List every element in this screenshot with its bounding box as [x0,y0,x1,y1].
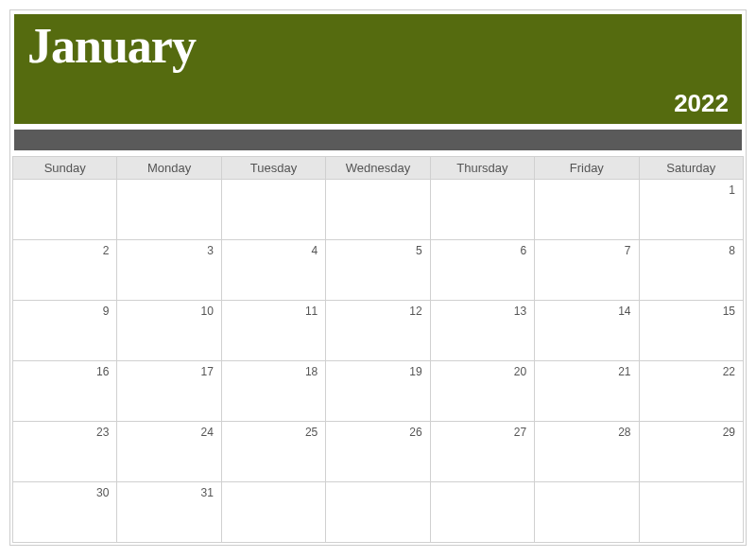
day-cell [326,180,430,240]
day-cell [221,180,325,240]
weekday-header: Sunday [13,157,117,180]
day-cell [221,482,325,543]
day-cell: 29 [639,422,743,482]
day-cell [326,482,430,543]
day-cell: 22 [639,361,743,422]
day-cell: 27 [430,422,534,482]
day-cell: 8 [639,240,743,301]
day-cell: 11 [221,301,325,361]
sub-header-bar [12,128,744,152]
calendar-week: 2 3 4 5 6 7 8 [13,240,744,301]
day-cell: 15 [639,301,743,361]
day-cell: 5 [326,240,430,301]
day-cell: 25 [221,422,325,482]
day-cell: 14 [535,301,639,361]
day-cell: 2 [13,240,117,301]
weekday-header: Monday [117,157,221,180]
day-cell: 26 [326,422,430,482]
weekday-header: Thursday [430,157,534,180]
day-cell [13,180,117,240]
day-cell: 12 [326,301,430,361]
day-cell: 6 [430,240,534,301]
day-cell: 31 [117,482,221,543]
day-cell: 13 [430,301,534,361]
day-cell: 30 [13,482,117,543]
month-title: January [27,22,729,71]
day-cell [535,482,639,543]
day-cell [430,482,534,543]
day-cell: 4 [221,240,325,301]
day-cell: 28 [535,422,639,482]
calendar-week: 30 31 [13,482,744,543]
day-cell: 19 [326,361,430,422]
day-cell [639,482,743,543]
calendar-week: 16 17 18 19 20 21 22 [13,361,744,422]
day-cell: 17 [117,361,221,422]
calendar-week: 9 10 11 12 13 14 15 [13,301,744,361]
day-cell [430,180,534,240]
calendar-week: 23 24 25 26 27 28 29 [13,422,744,482]
day-cell: 20 [430,361,534,422]
day-cell: 1 [639,180,743,240]
weekday-header: Wednesday [326,157,430,180]
year-label: 2022 [674,89,729,118]
calendar-header: January 2022 [12,12,744,126]
day-cell: 3 [117,240,221,301]
day-cell: 24 [117,422,221,482]
day-cell: 10 [117,301,221,361]
day-cell: 23 [13,422,117,482]
weekday-header: Tuesday [221,157,325,180]
calendar-container: January 2022 Sunday Monday Tuesday Wedne… [9,9,747,546]
calendar-grid: Sunday Monday Tuesday Wednesday Thursday… [12,156,744,543]
day-cell: 18 [221,361,325,422]
day-cell: 21 [535,361,639,422]
day-cell [535,180,639,240]
calendar-week: 1 [13,180,744,240]
day-cell: 16 [13,361,117,422]
day-cell: 9 [13,301,117,361]
day-cell [117,180,221,240]
day-cell: 7 [535,240,639,301]
weekday-row: Sunday Monday Tuesday Wednesday Thursday… [13,157,744,180]
weekday-header: Friday [535,157,639,180]
weekday-header: Saturday [639,157,743,180]
